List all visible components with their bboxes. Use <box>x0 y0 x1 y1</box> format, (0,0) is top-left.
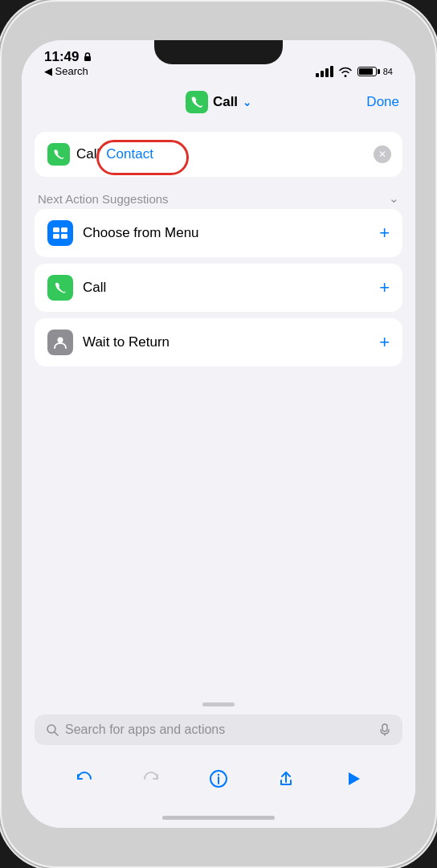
svg-point-12 <box>218 774 219 776</box>
nav-title-text: Call <box>213 94 238 110</box>
suggestions-section: Next Action Suggestions ⌄ <box>35 188 402 373</box>
svg-rect-2 <box>61 227 67 232</box>
clear-button[interactable]: ✕ <box>374 145 391 163</box>
contact-pill[interactable]: Contact <box>106 146 153 162</box>
play-icon <box>342 768 363 789</box>
content-area: Call Contact ✕ Next Action Suggestions ⌄ <box>22 122 415 696</box>
svg-rect-4 <box>61 234 67 239</box>
search-placeholder: Search for apps and actions <box>65 723 372 737</box>
wait-to-return-icon <box>47 330 73 355</box>
home-indicator <box>162 816 275 820</box>
drag-handle <box>202 702 235 706</box>
signal-bars <box>316 66 333 77</box>
top-nav: Call ⌄ Done <box>22 82 415 122</box>
call-suggestion-icon <box>47 275 73 301</box>
status-icons: 84 <box>316 66 393 77</box>
suggestions-title: Next Action Suggestions <box>38 192 169 206</box>
call-contact-row: Call Contact ✕ <box>35 132 402 177</box>
bottom-area: Search for apps and actions <box>22 696 415 828</box>
wait-to-return-label: Wait to Return <box>83 334 169 350</box>
svg-point-5 <box>58 338 63 343</box>
wait-to-return-add-button[interactable]: + <box>379 332 390 353</box>
share-icon <box>276 768 296 789</box>
call-add-button[interactable]: + <box>379 277 390 298</box>
svg-rect-8 <box>382 724 387 731</box>
battery-icon: 84 <box>357 67 393 76</box>
search-bar[interactable]: Search for apps and actions <box>35 714 402 745</box>
call-icon <box>54 281 67 294</box>
back-label: ◀ Search <box>44 65 88 77</box>
suggestion-item-wait-to-return[interactable]: Wait to Return + <box>35 318 402 366</box>
svg-rect-1 <box>53 227 59 232</box>
suggestion-left-choose: Choose from Menu <box>47 220 199 246</box>
suggestion-item-call[interactable]: Call + <box>35 264 402 312</box>
microphone-icon[interactable] <box>378 723 391 736</box>
done-button[interactable]: Done <box>366 94 399 110</box>
svg-marker-14 <box>349 772 360 785</box>
nav-title: Call ⌄ <box>186 91 251 113</box>
person-icon <box>53 336 67 349</box>
choose-from-menu-icon <box>47 220 73 246</box>
play-button[interactable] <box>335 761 370 796</box>
phone-row-icon <box>53 149 64 160</box>
lock-icon <box>82 51 93 63</box>
suggestions-chevron-icon[interactable]: ⌄ <box>389 191 399 206</box>
notch <box>154 40 283 64</box>
info-icon <box>208 768 229 789</box>
status-bar-left: 11:49 ◀ Search <box>44 49 93 77</box>
bottom-toolbar <box>35 755 402 813</box>
svg-rect-3 <box>53 234 59 239</box>
call-text-label: Call <box>76 146 100 162</box>
done-label: Done <box>366 94 399 109</box>
phone-frame: 11:49 ◀ Search <box>0 0 437 868</box>
search-back[interactable]: ◀ Search <box>44 65 93 77</box>
time-display: 11:49 <box>44 49 79 65</box>
phone-screen: 11:49 ◀ Search <box>22 40 415 828</box>
suggestion-item-choose-from-menu[interactable]: Choose from Menu + <box>35 209 402 257</box>
share-button[interactable] <box>268 761 304 796</box>
svg-line-7 <box>55 732 58 735</box>
info-button[interactable] <box>201 761 236 796</box>
redo-icon <box>141 768 161 789</box>
undo-button[interactable] <box>67 761 102 796</box>
call-nav-icon <box>186 91 208 113</box>
redo-button[interactable] <box>133 761 169 796</box>
call-suggestion-label: Call <box>83 280 106 296</box>
undo-icon <box>74 768 95 789</box>
search-icon <box>46 723 59 736</box>
menu-icon <box>53 227 67 239</box>
suggestions-header: Next Action Suggestions ⌄ <box>35 188 402 209</box>
suggestion-left-wait: Wait to Return <box>47 330 169 355</box>
call-row-icon <box>47 143 70 166</box>
battery-level: 84 <box>383 67 393 76</box>
nav-chevron[interactable]: ⌄ <box>243 96 251 108</box>
status-time: 11:49 <box>44 49 93 65</box>
choose-from-menu-label: Choose from Menu <box>83 225 199 241</box>
svg-rect-0 <box>84 56 91 61</box>
phone-icon <box>190 96 203 108</box>
contact-text: Contact <box>106 146 153 162</box>
suggestion-left-call: Call <box>47 275 106 301</box>
choose-from-menu-add-button[interactable]: + <box>379 223 390 244</box>
wifi-icon <box>338 66 353 77</box>
